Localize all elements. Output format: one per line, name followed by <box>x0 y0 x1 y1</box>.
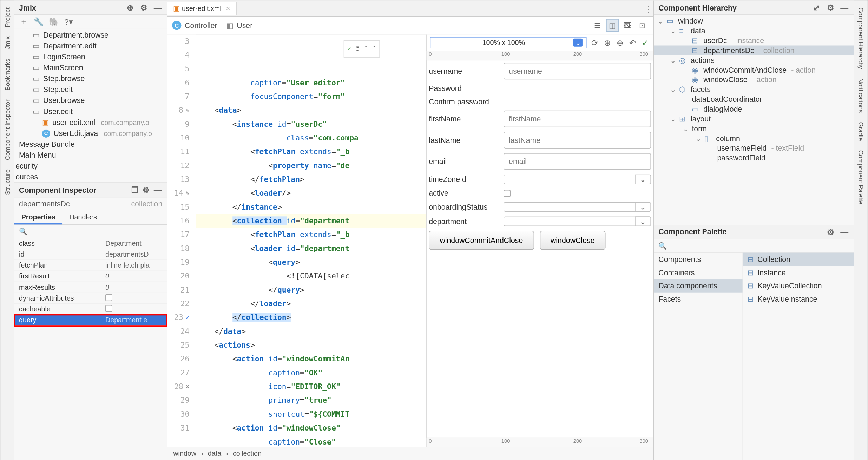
property-row[interactable]: classDepartment <box>14 238 167 249</box>
jmix-tree-item[interactable]: ▣user-edit.xmlcom.company.o <box>14 117 167 128</box>
property-row[interactable]: firstResult0 <box>14 271 167 282</box>
gear-icon[interactable]: ⚙ <box>826 227 835 236</box>
combo-body[interactable] <box>504 216 635 226</box>
tab-component-hierarchy[interactable]: Component Hierarchy <box>856 3 865 74</box>
inspector-search-input[interactable] <box>18 226 164 237</box>
jmix-tree-item[interactable]: ▭Department.browse <box>14 29 167 40</box>
tab-bookmarks[interactable]: Bookmarks <box>2 54 12 95</box>
tab-handlers[interactable]: Handlers <box>63 211 104 224</box>
jmix-tree-item[interactable]: ources <box>14 171 167 182</box>
undo-icon[interactable]: ↶ <box>628 38 637 47</box>
chevron-down-icon[interactable]: ⌄ <box>695 134 702 143</box>
jmix-tree-item[interactable]: Message Bundle <box>14 139 167 150</box>
gear-icon[interactable]: ⚙ <box>142 185 151 195</box>
chevron-down-icon[interactable]: ⌄ <box>670 26 677 35</box>
refresh-icon[interactable]: ⟳ <box>590 38 599 47</box>
checkbox[interactable] <box>105 294 112 301</box>
hierarchy-item[interactable]: ⌄≡data <box>654 26 854 36</box>
tab-structure[interactable]: Structure <box>2 165 12 199</box>
minimize-icon[interactable]: — <box>840 227 849 236</box>
chevron-down-icon[interactable]: ⌄ <box>670 85 677 94</box>
hierarchy-item[interactable]: ⌄⬡facets <box>654 85 854 94</box>
hierarchy-item[interactable]: ⌄form <box>654 124 854 133</box>
elephant-icon[interactable]: 🐘 <box>49 17 58 26</box>
file-tab-user-edit[interactable]: ▣ user-edit.xml × <box>167 2 236 15</box>
hierarchy-item[interactable]: ◉windowCommitAndClose - action <box>654 65 854 75</box>
more-icon[interactable]: ⋮ <box>644 4 653 13</box>
text-input[interactable] <box>504 111 651 127</box>
combo-body[interactable] <box>504 175 635 184</box>
gear-icon[interactable]: ⚙ <box>139 3 149 12</box>
chevron-down-icon[interactable]: ˅ <box>373 42 376 56</box>
text-input[interactable] <box>504 63 651 80</box>
window-icon[interactable]: ❐ <box>131 185 140 195</box>
chevron-down-icon[interactable]: ⌄ <box>670 56 677 65</box>
property-row[interactable]: iddepartmentsD <box>14 249 167 260</box>
code-editor[interactable]: 345678✎91011121314✎151617181920212223✔24… <box>167 34 426 447</box>
view-split-icon[interactable]: ◫ <box>606 19 619 32</box>
chevron-down-icon[interactable]: ⌄ <box>635 216 651 226</box>
property-row[interactable]: queryDepartment e <box>14 315 167 326</box>
dialog-button[interactable]: windowCommitAndClose <box>429 231 534 250</box>
palette-category[interactable]: Data components <box>654 279 742 292</box>
minimize-icon[interactable]: — <box>153 185 162 195</box>
hierarchy-item[interactable]: usernameField - textField <box>654 143 854 153</box>
palette-item[interactable]: ⊟KeyValueInstance <box>743 292 854 305</box>
view-box-icon[interactable]: ⊡ <box>636 19 649 32</box>
jmix-tree-item[interactable]: ▭Step.browse <box>14 73 167 84</box>
view-image-icon[interactable]: 🖼 <box>621 19 634 32</box>
apply-icon[interactable]: ✓ <box>640 38 650 47</box>
user-pill[interactable]: ◧ User <box>226 21 253 30</box>
hierarchy-item[interactable]: ⊟departmentsDc - collection <box>654 46 854 55</box>
dialog-button[interactable]: windowClose <box>540 231 606 250</box>
minimize-icon[interactable]: — <box>840 3 849 12</box>
jmix-tree-item[interactable]: ecurity <box>14 160 167 171</box>
tab-project[interactable]: Project <box>2 3 12 32</box>
tab-gradle[interactable]: Gradle <box>856 117 865 145</box>
chevron-down-icon[interactable]: ⌄ <box>670 114 677 123</box>
minimize-icon[interactable]: — <box>153 3 162 12</box>
gear-icon[interactable]: ⚙ <box>826 3 835 12</box>
hierarchy-item[interactable]: passwordField <box>654 153 854 163</box>
chevron-down-icon[interactable]: ⌄ <box>635 175 651 184</box>
jmix-tree-item[interactable]: CUserEdit.javacom.company.o <box>14 128 167 139</box>
jmix-tree-item[interactable]: ▭MainScreen <box>14 62 167 73</box>
checkbox[interactable] <box>504 190 511 197</box>
palette-category[interactable]: Components <box>654 252 742 266</box>
view-list-icon[interactable]: ☰ <box>591 19 604 32</box>
close-icon[interactable]: × <box>226 4 230 12</box>
palette-item[interactable]: ⊟Collection <box>743 252 854 266</box>
chevron-down-icon[interactable]: ⌄ <box>683 124 690 133</box>
zoom-select[interactable]: 100% x 100% ⌄ <box>430 37 587 48</box>
combo-body[interactable] <box>504 202 635 212</box>
palette-item[interactable]: ⊟Instance <box>743 266 854 279</box>
hierarchy-item[interactable]: ⊟userDc - instance <box>654 36 854 46</box>
tab-notifications[interactable]: Notifications <box>856 74 865 117</box>
palette-item[interactable]: ⊟KeyValueCollection <box>743 279 854 292</box>
property-row[interactable]: cacheable <box>14 304 167 315</box>
target-icon[interactable]: ⊕ <box>125 3 134 12</box>
plus-icon[interactable]: ＋ <box>19 17 28 26</box>
palette-category[interactable]: Containers <box>654 266 742 279</box>
controller-pill[interactable]: C Controller <box>172 21 217 30</box>
palette-search-input[interactable] <box>657 240 850 251</box>
code-hints[interactable]: ✓ 5 ˄ ˅ <box>343 40 380 58</box>
hierarchy-item[interactable]: ⌄▭window <box>654 16 854 26</box>
jmix-tree-item[interactable]: ▭User.edit <box>14 106 167 117</box>
text-input[interactable] <box>504 132 651 149</box>
text-input[interactable] <box>504 153 651 170</box>
hierarchy-item[interactable]: dataLoadCoordinator <box>654 94 854 104</box>
checkbox[interactable] <box>105 305 112 312</box>
breadcrumb-item[interactable]: data <box>208 449 221 458</box>
tab-component-palette[interactable]: Component Palette <box>856 146 865 209</box>
jmix-tree-item[interactable]: ▭LoginScreen <box>14 51 167 62</box>
palette-category[interactable]: Facets <box>654 292 742 305</box>
chevron-up-icon[interactable]: ˄ <box>364 42 368 56</box>
tab-properties[interactable]: Properties <box>14 211 63 224</box>
property-row[interactable]: fetchPlaninline fetch pla <box>14 260 167 271</box>
property-row[interactable]: maxResults0 <box>14 282 167 293</box>
breadcrumb[interactable]: window› data› collection <box>167 447 653 460</box>
chevron-down-icon[interactable]: ⌄ <box>635 202 651 212</box>
graph-icon[interactable]: ⤢ <box>812 3 821 12</box>
chevron-down-icon[interactable]: ⌄ <box>657 17 664 26</box>
